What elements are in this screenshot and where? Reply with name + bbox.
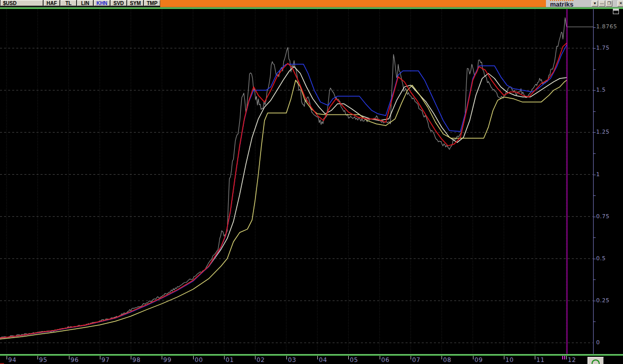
time-axis-label-09: 09 — [474, 356, 483, 363]
price-axis-tick — [594, 132, 596, 133]
time-axis-label-02: 02 — [256, 356, 265, 363]
price-axis-tick — [594, 175, 596, 175]
price-axis-label: 1.25 — [596, 129, 610, 135]
time-axis-label-12: 12 — [568, 356, 576, 363]
time-axis-tick — [162, 356, 162, 359]
time-axis-label-11: 11 — [536, 356, 544, 363]
price-axis-tick — [594, 237, 596, 238]
time-cursor-marker[interactable] — [562, 356, 563, 359]
price-axis-label: 1.75 — [596, 45, 610, 51]
chart-plot[interactable] — [0, 9, 593, 354]
window-minimize-button[interactable]: — — [599, 1, 605, 7]
price-axis-tick — [594, 321, 596, 322]
matriks-swoosh-icon — [592, 359, 600, 364]
time-axis-tick — [535, 356, 535, 359]
time-axis-label-97: 97 — [101, 356, 109, 363]
tab-haf[interactable]: HAF — [44, 0, 60, 6]
price-axis-tick — [594, 195, 596, 196]
time-axis-tick — [411, 356, 411, 359]
time-axis-label-08: 08 — [443, 356, 451, 363]
time-axis-tick — [7, 356, 7, 359]
window-dropdown-button[interactable]: ▼ — [592, 1, 598, 7]
time-axis-tick — [566, 356, 567, 359]
time-axis-tick — [473, 356, 473, 359]
time-axis-tick — [131, 356, 131, 359]
price-axis-label: 0.5 — [596, 255, 606, 262]
price-axis-tick — [594, 301, 596, 301]
title-bar: $USDHAFTLLINKHNSVDSYMTMP matriks ▼ — ❐ ✕ — [0, 0, 623, 7]
matriks-app-window: $USDHAFTLLINKHNSVDSYMTMP matriks ▼ — ❐ ✕… — [0, 0, 623, 364]
tab-khn[interactable]: KHN — [94, 0, 110, 6]
price-axis-label: 0.25 — [596, 297, 610, 304]
time-axis-label-04: 04 — [319, 356, 327, 363]
price-chart-canvas[interactable] — [0, 9, 593, 354]
price-axis-label: 1.5 — [596, 87, 606, 93]
price-axis-tick — [594, 27, 596, 28]
time-axis-label-95: 95 — [39, 356, 47, 363]
time-axis-tick — [442, 356, 442, 359]
tab-tl[interactable]: TL — [60, 0, 77, 6]
time-axis-label-10: 10 — [505, 356, 514, 363]
time-axis-label-07: 07 — [412, 356, 420, 363]
time-axis-tick — [69, 356, 69, 359]
time-axis-tick — [286, 356, 287, 359]
price-axis[interactable]: 1.87651.751.51.2510.750.50.250 — [593, 9, 623, 354]
time-axis-tick — [38, 356, 38, 359]
last-price-label: 1.8765 — [596, 23, 617, 30]
tab-tmp[interactable]: TMP — [144, 0, 160, 6]
window-close-button[interactable]: ✕ — [617, 1, 623, 7]
price-axis-tick — [594, 48, 596, 49]
time-axis-label-06: 06 — [381, 356, 389, 363]
time-axis-tick — [348, 356, 349, 359]
time-axis-tick — [100, 356, 100, 359]
time-axis-label-05: 05 — [350, 356, 358, 363]
price-axis-tick — [594, 90, 596, 91]
chart-tab-bar: $USDHAFTLLINKHNSVDSYMTMP — [0, 0, 160, 7]
price-axis-tick — [594, 69, 596, 70]
window-restore-button[interactable]: ❐ — [606, 1, 612, 7]
time-axis-tick — [224, 356, 225, 359]
price-axis-tick — [594, 153, 596, 154]
chart-restore-icon[interactable] — [613, 9, 619, 14]
matriks-mini-logo-button[interactable] — [588, 357, 604, 364]
time-axis-tick — [193, 356, 194, 359]
tab-lin[interactable]: LIN — [77, 0, 93, 6]
time-axis[interactable]: 94959697989900010203040506070809101112 — [0, 356, 623, 364]
price-axis-tick — [594, 111, 596, 112]
series-ma-red — [0, 43, 567, 338]
time-axis-label-01: 01 — [226, 356, 234, 363]
time-axis-label-00: 00 — [195, 356, 203, 363]
tab-svd[interactable]: SVD — [111, 0, 127, 6]
time-axis-label-94: 94 — [8, 356, 16, 363]
price-axis-label: 0 — [596, 339, 600, 346]
price-axis-label: 0.75 — [596, 213, 610, 220]
time-axis-tick — [255, 356, 255, 359]
time-axis-label-98: 98 — [132, 356, 140, 363]
time-axis-tick — [317, 356, 318, 359]
series-band-lower-yellow — [0, 80, 567, 339]
tab-sym[interactable]: SYM — [127, 0, 143, 6]
price-axis-label: 1 — [596, 171, 600, 178]
time-axis-label-03: 03 — [288, 356, 296, 363]
price-axis-tick — [594, 259, 596, 259]
tab-usd[interactable]: $USD — [1, 0, 43, 6]
price-axis-tick — [594, 217, 596, 217]
price-axis-tick — [594, 279, 596, 280]
series-ma-white — [0, 67, 567, 338]
time-cursor-marker[interactable] — [564, 356, 565, 359]
time-axis-label-96: 96 — [70, 356, 79, 363]
time-axis-tick — [380, 356, 380, 359]
series-band-upper-blue — [0, 45, 567, 339]
time-axis-label-99: 99 — [163, 356, 171, 363]
time-axis-tick — [504, 356, 504, 359]
